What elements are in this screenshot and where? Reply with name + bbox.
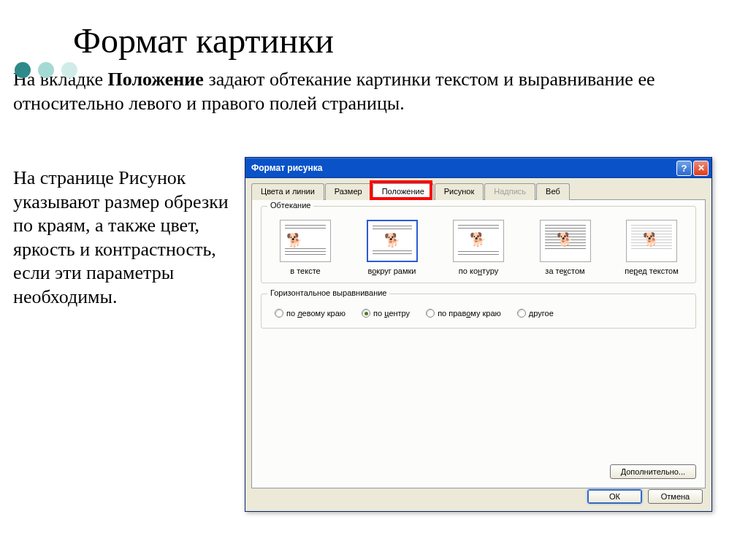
wrap-behind-icon: 🐕 [540, 220, 591, 262]
bullet-icon [15, 62, 31, 78]
help-button[interactable]: ? [676, 161, 692, 176]
wrap-inline-icon: 🐕 [280, 220, 331, 262]
tab-panel-position: Обтекание 🐕 в тексте 🐕 [251, 199, 706, 488]
bullet-icon [61, 62, 77, 78]
tab-strip: Цвета и линии Размер Положение Рисунок Н… [251, 183, 706, 199]
tab-size[interactable]: Размер [325, 183, 372, 200]
radio-align-center[interactable]: по центру [362, 309, 410, 318]
dialog-footer-buttons: ОК Отмена [587, 489, 703, 504]
dog-icon: 🐕 [470, 233, 486, 246]
tab-web[interactable]: Веб [536, 183, 570, 200]
advanced-button[interactable]: Дополнительно... [610, 464, 696, 479]
paragraph-position: На вкладке Положение задают обтекание ка… [13, 68, 735, 115]
dog-icon: 🐕 [384, 234, 400, 247]
dog-icon: 🐕 [643, 233, 659, 246]
wrap-option-square[interactable]: 🐕 вокруг рамки [356, 220, 429, 275]
dog-icon: 🐕 [286, 234, 302, 247]
wrap-option-infront[interactable]: 🐕 перед текстом [615, 220, 688, 275]
tab-picture[interactable]: Рисунок [435, 183, 484, 200]
text: На странице [13, 167, 118, 188]
group-label-align: Горизонтальное выравнивание [267, 288, 389, 297]
wrap-option-tight[interactable]: 🐕 по контуру [442, 220, 515, 275]
radio-icon [275, 309, 283, 318]
close-button[interactable]: ✕ [693, 161, 709, 176]
wrap-front-icon: 🐕 [626, 220, 677, 262]
wrap-behind-label: за текстом [529, 266, 602, 275]
dog-icon: 🐕 [557, 233, 573, 246]
wrap-tight-label: по контуру [442, 266, 515, 275]
tab-textbox: Надпись [484, 183, 535, 200]
paragraph-picture: На странице Рисунок указывают размер обр… [13, 166, 247, 309]
bullet-icon [38, 62, 54, 78]
wrap-option-behind[interactable]: 🐕 за текстом [529, 220, 602, 275]
radio-align-left[interactable]: по левому краю [275, 309, 346, 318]
text-bold: Рисунок [118, 167, 186, 188]
wrap-square-icon: 🐕 [367, 220, 418, 262]
text-bold: Положение [108, 69, 204, 90]
dialog-title: Формат рисунка [251, 163, 322, 173]
group-horizontal-align: Горизонтальное выравнивание по левому кр… [261, 294, 696, 329]
radio-icon [517, 309, 526, 318]
tab-position[interactable]: Положение [373, 183, 434, 200]
wrap-option-inline[interactable]: 🐕 в тексте [269, 220, 342, 275]
titlebar[interactable]: Формат рисунка ? ✕ [245, 158, 711, 178]
text: указывают размер обрезки по краям, а так… [13, 191, 229, 307]
tab-colors-lines[interactable]: Цвета и линии [251, 183, 324, 200]
ok-button[interactable]: ОК [587, 489, 642, 504]
wrap-tight-icon: 🐕 [453, 220, 504, 262]
wrap-inline-label: в тексте [269, 266, 342, 275]
radio-icon [362, 309, 370, 318]
radio-align-right[interactable]: по правому краю [426, 309, 501, 318]
group-label-wrapping: Обтекание [267, 201, 313, 210]
group-wrapping: Обтекание 🐕 в тексте 🐕 [261, 206, 696, 283]
radio-align-other[interactable]: другое [517, 309, 554, 318]
wrap-square-label: вокруг рамки [356, 266, 429, 275]
slide-title: Формат картинки [73, 20, 748, 61]
slide-bullets [15, 62, 77, 78]
cancel-button[interactable]: Отмена [648, 489, 703, 504]
format-picture-dialog: Формат рисунка ? ✕ Цвета и линии Размер … [245, 157, 712, 512]
wrap-front-label: перед текстом [615, 266, 688, 275]
radio-icon [426, 309, 435, 318]
